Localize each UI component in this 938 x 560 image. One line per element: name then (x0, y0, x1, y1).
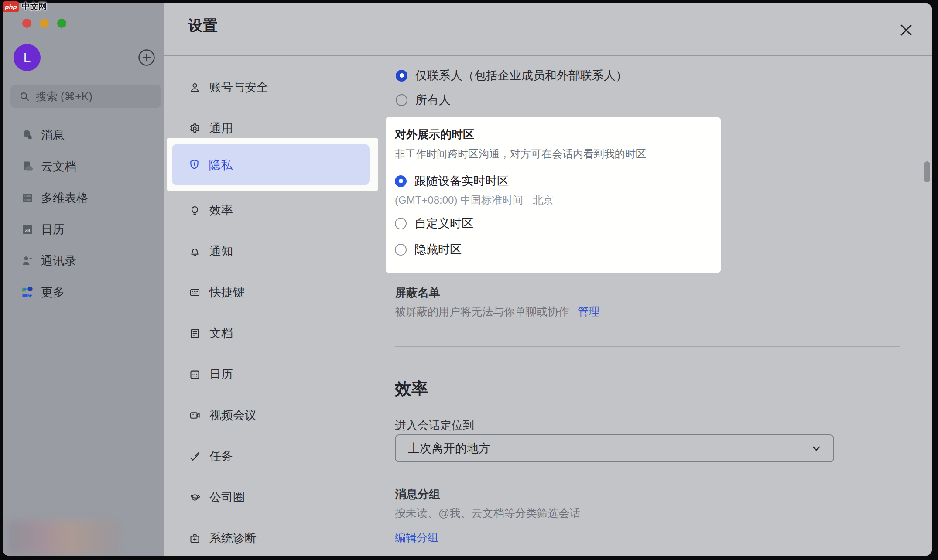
contacts-icon (21, 254, 34, 267)
settings-nav-label: 任务 (209, 448, 233, 464)
video-camera-icon (189, 410, 201, 421)
settings-title: 设置 (188, 16, 218, 36)
visibility-option-contacts-only[interactable]: 仅联系人（包括企业成员和外部联系人） (396, 67, 627, 84)
blurred-watermark (8, 521, 120, 555)
traffic-light-minimize[interactable] (40, 19, 49, 28)
header-divider (164, 55, 932, 56)
sidebar-item-messages[interactable]: 消息 (5, 120, 164, 151)
conversation-position-value: 上次离开的地方 (408, 440, 490, 456)
radio-label: 自定义时区 (414, 215, 473, 231)
spotlight-privacy-nav: 隐私 (167, 138, 378, 191)
screen: L 搜索 (⌘+K) 消息 (0, 0, 938, 560)
search-icon (19, 91, 30, 102)
block-list-description-text: 被屏蔽的用户将无法与你单聊或协作 (395, 305, 569, 318)
conversation-position-select[interactable]: 上次离开的地方 (395, 434, 834, 462)
calendar-28-icon: 28 (21, 223, 34, 236)
section-divider (395, 346, 900, 347)
settings-nav-company-circle[interactable]: 公司圈 (172, 477, 373, 518)
user-icon (189, 82, 201, 93)
calendar-icon (189, 369, 201, 380)
settings-nav-label: 公司圈 (209, 489, 245, 505)
radio-unselected-icon (395, 244, 407, 256)
sidebar-item-label: 更多 (41, 284, 65, 300)
sidebar-item-docs[interactable]: 云文档 (5, 151, 164, 182)
sidebar-item-label: 多维表格 (41, 190, 88, 206)
double-check-icon (189, 451, 201, 462)
timezone-option-custom[interactable]: 自定义时区 (395, 215, 473, 232)
search-placeholder: 搜索 (⌘+K) (36, 89, 92, 104)
radio-label: 仅联系人（包括企业成员和外部联系人） (415, 68, 627, 83)
avatar-initial: L (24, 50, 31, 65)
settings-nav-label: 日历 (209, 366, 233, 382)
table-icon (21, 191, 34, 205)
sidebar-item-contacts[interactable]: 通讯录 (5, 245, 164, 277)
chevron-down-icon (811, 443, 822, 454)
radio-unselected-icon (396, 94, 407, 106)
settings-nav-efficiency[interactable]: 效率 (172, 190, 373, 231)
plus-icon (138, 49, 155, 66)
timezone-detail: (GMT+08:00) 中国标准时间 - 北京 (395, 193, 553, 207)
settings-nav-label: 视频会议 (209, 407, 257, 423)
settings-nav-docs[interactable]: 文档 (172, 313, 373, 354)
more-apps-icon (21, 286, 34, 299)
planet-icon (189, 492, 201, 503)
app-window: L 搜索 (⌘+K) 消息 (3, 3, 932, 556)
shield-plus-icon (188, 159, 200, 171)
sidebar-item-label: 日历 (41, 222, 65, 237)
radio-unselected-icon (395, 218, 407, 229)
sidebar-item-label: 云文档 (41, 159, 76, 174)
block-list-manage-link[interactable]: 管理 (578, 305, 599, 318)
settings-nav-notifications[interactable]: 通知 (172, 231, 373, 272)
sidebar-item-more[interactable]: 更多 (5, 277, 164, 308)
sidebar-item-calendar[interactable]: 28 日历 (5, 214, 164, 245)
close-button[interactable] (898, 22, 914, 38)
settings-nav-video-meeting[interactable]: 视频会议 (172, 395, 373, 436)
settings-nav-label: 通知 (209, 243, 233, 259)
block-list-title: 屏蔽名单 (395, 285, 440, 300)
settings-nav-label: 系统诊断 (209, 530, 257, 546)
settings-nav-label: 快捷键 (209, 284, 245, 300)
gear-icon (189, 123, 201, 134)
add-button[interactable] (138, 49, 155, 66)
scrollbar-thumb[interactable] (924, 161, 930, 182)
settings-modal: 设置 账号与安全 通用 (164, 3, 932, 556)
traffic-light-close[interactable] (22, 19, 31, 28)
bell-icon (189, 246, 201, 257)
document-icon (189, 328, 201, 339)
edit-groups-link[interactable]: 编辑分组 (395, 530, 438, 545)
settings-nav-calendar[interactable]: 日历 (172, 354, 373, 395)
settings-nav-shortcuts[interactable]: 快捷键 (172, 272, 373, 313)
settings-nav-label: 账号与安全 (209, 79, 268, 95)
medkit-icon (189, 533, 201, 544)
sidebar-item-base[interactable]: 多维表格 (5, 182, 164, 214)
calendar-day-number: 28 (25, 228, 30, 233)
settings-nav-label: 通用 (209, 120, 233, 136)
keyboard-icon (189, 287, 201, 298)
close-icon (898, 22, 914, 38)
radio-label: 隐藏时区 (414, 242, 462, 257)
search-input[interactable]: 搜索 (⌘+K) (10, 85, 161, 108)
php-logo-text: 中文网 (22, 1, 47, 12)
timezone-option-hidden[interactable]: 隐藏时区 (395, 241, 462, 258)
cloud-doc-icon (21, 160, 34, 173)
traffic-light-zoom[interactable] (57, 19, 66, 28)
block-list-description: 被屏蔽的用户将无法与你单聊或协作 管理 (395, 304, 599, 319)
timezone-card-subtitle: 非工作时间跨时区沟通，对方可在会话内看到我的时区 (395, 147, 646, 161)
site-watermark: php 中文网 (3, 1, 47, 12)
timezone-card: 对外展示的时区 非工作时间跨时区沟通，对方可在会话内看到我的时区 跟随设备实时时… (386, 117, 721, 273)
avatar[interactable]: L (14, 44, 41, 71)
settings-nav-diagnostics[interactable]: 系统诊断 (172, 518, 373, 556)
timezone-option-follow-device[interactable]: 跟随设备实时时区 (395, 172, 509, 190)
settings-nav-privacy[interactable]: 隐私 (172, 144, 370, 185)
settings-nav-label: 效率 (209, 202, 233, 218)
message-group-title: 消息分组 (395, 487, 440, 502)
message-group-description: 按未读、@我、云文档等分类筛选会话 (395, 506, 580, 520)
efficiency-section-title: 效率 (395, 378, 428, 400)
visibility-option-everyone[interactable]: 所有人 (396, 91, 451, 109)
settings-nav-label: 文档 (209, 325, 233, 341)
settings-nav-account-security[interactable]: 账号与安全 (172, 67, 373, 108)
timezone-card-title: 对外展示的时区 (395, 127, 474, 142)
radio-label: 所有人 (415, 92, 451, 108)
radio-label: 跟随设备实时时区 (414, 173, 509, 189)
settings-nav-tasks[interactable]: 任务 (172, 436, 373, 477)
